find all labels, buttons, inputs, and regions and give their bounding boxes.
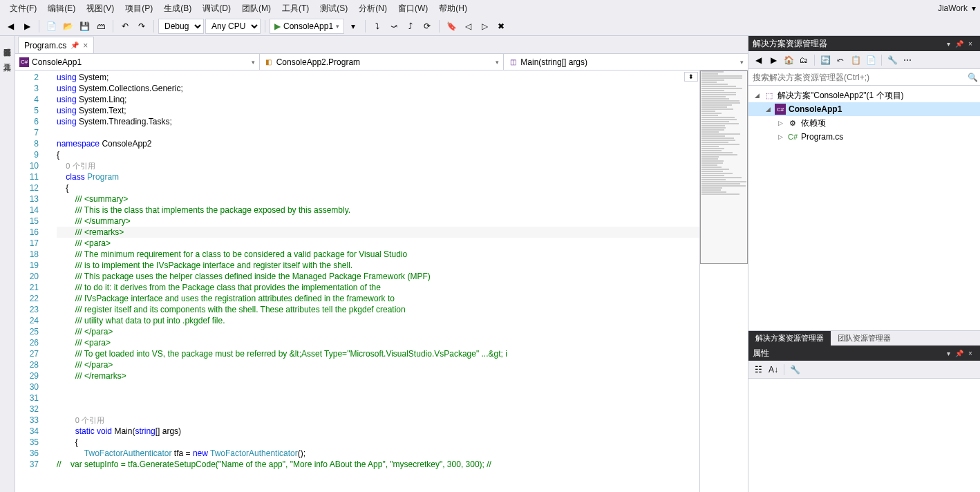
file-node-program[interactable]: ▷ C# Program.cs	[748, 130, 980, 144]
nav-class-combo[interactable]: ◧ ConsoleApp2.Program ▾	[260, 54, 505, 70]
nav-forward-button[interactable]: ▶	[19, 19, 35, 34]
se-sync-button[interactable]: 🗂	[797, 53, 811, 67]
solution-search[interactable]: 🔍	[748, 69, 980, 86]
new-project-button[interactable]: 📄	[44, 19, 59, 34]
solution-tree[interactable]: ◢ ⬚ 解决方案"ConsoleApp2"(1 个项目) ◢ C# Consol…	[748, 86, 980, 330]
solution-explorer-toolbar: ◀ ▶ 🏠 🗂 🔄 ⤺ 📋 📄 🔧 ⋯	[748, 51, 980, 69]
file-tab-label: Program.cs	[24, 41, 66, 50]
nav-back-button[interactable]: ◀	[3, 19, 18, 34]
close-tab-icon[interactable]: ×	[83, 41, 88, 50]
nav-project-combo[interactable]: C# ConsoleApp1 ▾	[15, 54, 260, 70]
menu-item[interactable]: 团队(M)	[236, 2, 276, 15]
panel-pin-icon[interactable]: 📌	[954, 348, 965, 359]
menu-item[interactable]: 帮助(H)	[433, 2, 473, 15]
se-home-button[interactable]: 🏠	[782, 53, 795, 67]
solution-node[interactable]: ◢ ⬚ 解决方案"ConsoleApp2"(1 个项目)	[748, 88, 980, 102]
right-panel-tabs: 解决方案资源管理器 团队资源管理器	[748, 330, 980, 346]
panel-dropdown-icon[interactable]: ▾	[943, 348, 954, 359]
csharp-project-icon: C#	[19, 57, 29, 67]
toolbox-tab[interactable]: 工具箱	[1, 54, 14, 62]
prev-bookmark-button[interactable]: ◁	[460, 19, 475, 34]
redo-button[interactable]: ↷	[134, 19, 149, 34]
class-icon: ◧	[264, 57, 274, 67]
expand-icon[interactable]: ▷	[776, 133, 784, 140]
minimap[interactable]	[699, 70, 748, 492]
properties-toolbar: ☷ A↓ 🔧	[748, 361, 980, 379]
prop-wrench-button[interactable]: 🔧	[788, 363, 802, 377]
menu-item[interactable]: 视图(V)	[81, 2, 120, 15]
document-tabstrip: Program.cs 📌 ×	[15, 36, 748, 54]
se-forward-button[interactable]: ▶	[766, 53, 780, 67]
expand-icon[interactable]: ◢	[764, 106, 772, 113]
editor-nav-bar: C# ConsoleApp1 ▾ ◧ ConsoleApp2.Program ▾…	[15, 54, 748, 70]
left-tool-tabs: 服务器资源管理器 工具箱	[0, 36, 15, 492]
se-collapse-button[interactable]: ⤺	[833, 53, 847, 67]
project-node[interactable]: ◢ C# ConsoleApp1	[748, 102, 980, 116]
dependencies-node[interactable]: ▷ ⚙ 依赖项	[748, 116, 980, 130]
restart-button[interactable]: ⟳	[420, 19, 435, 34]
expand-icon[interactable]: ▷	[776, 120, 784, 126]
se-more-button[interactable]: ⋯	[901, 53, 914, 67]
step-over-button[interactable]: ⤻	[386, 19, 402, 34]
expand-icon[interactable]: ◢	[753, 92, 761, 99]
browser-select-button[interactable]: ▾	[346, 19, 361, 34]
se-properties-button[interactable]: 📄	[864, 53, 878, 67]
csharp-file-icon: C#	[787, 131, 798, 142]
pin-icon[interactable]: 📌	[70, 41, 79, 49]
se-showall-button[interactable]: 📋	[849, 53, 863, 67]
properties-panel: 属性 ▾ 📌 × ☷ A↓ 🔧	[748, 346, 980, 492]
platform-select[interactable]: Any CPU	[205, 19, 261, 34]
menu-item[interactable]: 编辑(E)	[42, 2, 81, 15]
tab-team-explorer[interactable]: 团队资源管理器	[831, 331, 898, 346]
menu-item[interactable]: 工具(T)	[276, 2, 314, 15]
tab-solution-explorer[interactable]: 解决方案资源管理器	[748, 331, 831, 346]
split-editor-button[interactable]: ⬍	[684, 72, 698, 82]
properties-header: 属性 ▾ 📌 ×	[748, 346, 980, 361]
solution-explorer-header: 解决方案资源管理器 ▾ 📌 ×	[748, 36, 980, 51]
menu-item[interactable]: 文件(F)	[4, 2, 42, 15]
open-file-button[interactable]: 📂	[60, 19, 75, 34]
next-bookmark-button[interactable]: ▷	[477, 19, 492, 34]
user-dropdown-icon[interactable]: ▾	[972, 3, 976, 13]
panel-close-icon[interactable]: ×	[965, 348, 976, 359]
code-editor[interactable]: 2345678910111213141516171819202122232425…	[15, 70, 699, 492]
play-icon: ▶	[274, 21, 281, 31]
save-all-button[interactable]: 🗃	[93, 19, 109, 34]
main-toolbar: ◀ ▶ 📄 📂 💾 🗃 ↶ ↷ Debug Any CPU ▶ ConsoleA…	[0, 17, 980, 36]
server-explorer-tab[interactable]: 服务器资源管理器	[1, 39, 14, 47]
nav-member-combo[interactable]: ◫ Main(string[] args) ▾	[504, 54, 748, 70]
file-tab-program[interactable]: Program.cs 📌 ×	[18, 37, 94, 53]
menu-item[interactable]: 窗口(W)	[393, 2, 433, 15]
code-text[interactable]: using System;using System.Collections.Ge…	[54, 70, 699, 492]
undo-button[interactable]: ↶	[117, 19, 133, 34]
se-back-button[interactable]: ◀	[751, 53, 765, 67]
fold-gutter[interactable]	[44, 70, 54, 492]
step-out-button[interactable]: ⤴	[403, 19, 418, 34]
menu-item[interactable]: 调试(D)	[197, 2, 236, 15]
menu-item[interactable]: 分析(N)	[353, 2, 393, 15]
menu-item[interactable]: 生成(B)	[158, 2, 197, 15]
properties-body	[748, 379, 980, 492]
menu-item[interactable]: 测试(S)	[314, 2, 353, 15]
bookmark-button[interactable]: 🔖	[444, 19, 459, 34]
clear-bookmarks-button[interactable]: ✖	[493, 19, 509, 34]
step-into-button[interactable]: ⤵	[370, 19, 385, 34]
save-button[interactable]: 💾	[77, 19, 92, 34]
line-number-gutter: 2345678910111213141516171819202122232425…	[15, 70, 44, 492]
se-refresh-button[interactable]: 🔄	[818, 53, 832, 67]
panel-close-icon[interactable]: ×	[965, 38, 976, 49]
method-icon: ◫	[508, 57, 518, 67]
solution-search-input[interactable]	[748, 73, 965, 82]
se-wrench-button[interactable]: 🔧	[885, 53, 899, 67]
menu-item[interactable]: 项目(P)	[120, 2, 158, 15]
config-select[interactable]: Debug	[158, 19, 204, 34]
prop-alpha-button[interactable]: A↓	[766, 363, 780, 377]
start-debug-button[interactable]: ▶ ConsoleApp1 ▾	[270, 19, 344, 34]
prop-categorized-button[interactable]: ☷	[751, 363, 765, 377]
start-label: ConsoleApp1	[283, 21, 333, 31]
panel-pin-icon[interactable]: 📌	[954, 38, 965, 49]
user-menu[interactable]: JiaWork	[934, 2, 972, 15]
csharp-project-icon: C#	[775, 104, 786, 115]
search-icon[interactable]: 🔍	[965, 73, 980, 82]
panel-dropdown-icon[interactable]: ▾	[943, 38, 954, 49]
